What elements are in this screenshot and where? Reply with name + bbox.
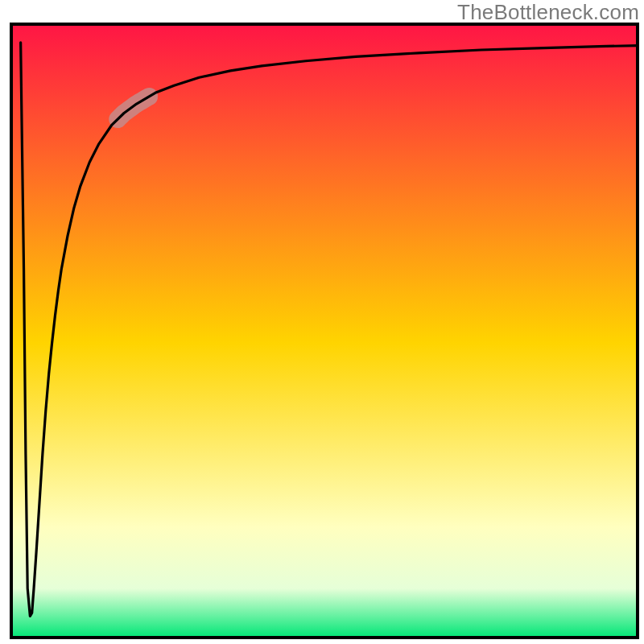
chart-container: TheBottleneck.com <box>0 0 644 644</box>
bottleneck-chart <box>0 0 644 644</box>
watermark-text: TheBottleneck.com <box>457 0 639 25</box>
plot-background <box>11 24 638 638</box>
